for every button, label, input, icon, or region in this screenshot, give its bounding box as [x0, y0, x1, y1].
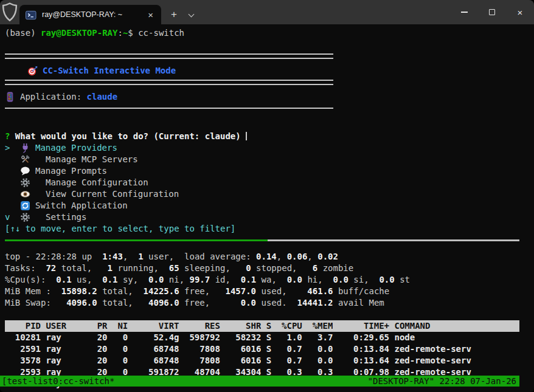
menu-item-manage-configuration[interactable]: Manage Configuration [5, 177, 534, 188]
application-value: claude [87, 92, 118, 101]
switch-arrows-icon [20, 201, 32, 212]
plug-icon [20, 143, 32, 154]
blank-line [5, 39, 534, 50]
close-button[interactable]: × [506, 0, 534, 24]
terminal-window: ray@DESKTOP-RAY: ~ × + × (base) ray@DESK… [0, 0, 534, 392]
application-line: Application: claude [5, 91, 534, 103]
terminal-content: (base) ray@DESKTOP-RAY:~$ cc-switch CC-S… [0, 24, 534, 390]
process-table-row: 2591ray2006874878086016S0.70.00:13.84zed… [5, 343, 519, 355]
menu-item-label: Manage Configuration [46, 177, 148, 187]
minimize-icon [461, 12, 468, 12]
single-separator [5, 108, 333, 109]
maximize-button[interactable] [478, 0, 506, 24]
menu-item-manage-mcp-servers[interactable]: Manage MCP Servers [5, 154, 534, 165]
tmux-host-datetime: "DESKTOP-RAY" 22:28 07-Jan-26 [368, 376, 516, 387]
menu-hint: [↑↓ to move, enter to select, type to fi… [5, 223, 534, 235]
minimize-button[interactable] [450, 0, 478, 24]
prompt-separator: : [117, 28, 122, 38]
speech-balloon-icon [20, 166, 32, 177]
powershell-icon [26, 10, 36, 20]
tab-title: ray@DESKTOP-RAY: ~ [42, 10, 145, 19]
application-label: Application: [20, 92, 87, 101]
titlebar: ray@DESKTOP-RAY: ~ × + × [0, 0, 534, 24]
shield-icon [0, 0, 19, 24]
top-cpu-line: %Cpu(s): 0.1 us, 0.1 sy, 0.0 ni, 99.7 id… [5, 274, 534, 286]
maximize-icon [489, 9, 495, 15]
process-table-row: 3578ray2006874878086016S0.70.00:13.64zed… [5, 355, 519, 366]
banner-title-text: CC-Switch Interactive Mode [43, 66, 176, 75]
tmux-status-bar: [test-list0:cc-switch* "DESKTOP-RAY" 22:… [0, 376, 519, 387]
question-current: (Current: claude) [153, 131, 246, 141]
menu-item-label: Manage Prompts [35, 166, 107, 176]
menu-item-manage-providers[interactable]: >Manage Providers [5, 142, 534, 154]
menu-item-view-current-configuration[interactable]: View Current Configuration [5, 188, 534, 200]
menu-item-label: View Current Configuration [46, 189, 179, 199]
terminal-tab[interactable]: ray@DESKTOP-RAY: ~ × [19, 5, 161, 24]
question-text: What would you like to do? [15, 131, 154, 141]
double-separator [5, 80, 333, 85]
blank-line [5, 309, 534, 320]
tab-close-icon[interactable]: × [145, 10, 156, 19]
gear-icon [20, 212, 32, 224]
gear-icon [20, 177, 32, 189]
question-mark: ? [5, 131, 15, 141]
new-tab-button[interactable]: + [161, 9, 186, 24]
phone-icon [5, 92, 17, 103]
selected-marker: > [5, 142, 20, 154]
top-summary-line: top - 22:28:28 up 1:43, 1 user, load ave… [5, 251, 534, 263]
menu-item-switch-application[interactable]: Switch Application [5, 200, 534, 211]
tab-dropdown-button[interactable] [186, 8, 202, 24]
menu-item-label: Manage MCP Servers [46, 154, 138, 164]
menu-item-manage-prompts[interactable]: Manage Prompts [5, 165, 534, 177]
shell-prompt-line: (base) ray@DESKTOP-RAY:~$ cc-switch [5, 27, 534, 39]
double-separator [5, 53, 333, 59]
top-tasks-line: Tasks: 72 total, 1 running, 65 sleeping,… [5, 263, 534, 274]
process-table-row: 10281ray20052.4g59879258232S1.03.70:29.6… [5, 332, 519, 343]
chevron-down-icon [188, 12, 194, 18]
text-cursor [246, 132, 247, 140]
tmux-pane-divider[interactable] [5, 239, 519, 241]
eye-icon [20, 189, 32, 201]
tmux-session-window: [test-list0:cc-switch* [2, 376, 114, 387]
more-below-marker: v [5, 211, 20, 223]
menu-item-label: Settings [46, 212, 86, 222]
typed-command: cc-switch [138, 28, 184, 38]
menu-item-label: Manage Providers [35, 143, 117, 153]
top-mem-line: MiB Mem : 15898.2 total, 14225.6 free, 1… [5, 286, 534, 297]
menu-question: ? What would you like to do? (Current: c… [5, 131, 534, 142]
menu-item-settings[interactable]: vSettings [5, 211, 534, 223]
prompt-dollar: $ [128, 28, 138, 38]
tools-icon [20, 154, 32, 166]
prompt-userhost: ray@DESKTOP-RAY [41, 28, 117, 38]
process-table-header: PIDUSERPRNIVIRTRESSHRS%CPU%MEMTIME+COMMA… [5, 320, 519, 332]
conda-env: (base) [5, 28, 41, 38]
blank-line [5, 119, 534, 131]
menu-item-label: Switch Application [35, 201, 128, 210]
target-icon [27, 66, 40, 77]
top-swap-line: MiB Swap: 4096.0 total, 4096.0 free, 0.0… [5, 297, 534, 309]
ccswitch-banner-title: CC-Switch Interactive Mode [5, 65, 534, 77]
